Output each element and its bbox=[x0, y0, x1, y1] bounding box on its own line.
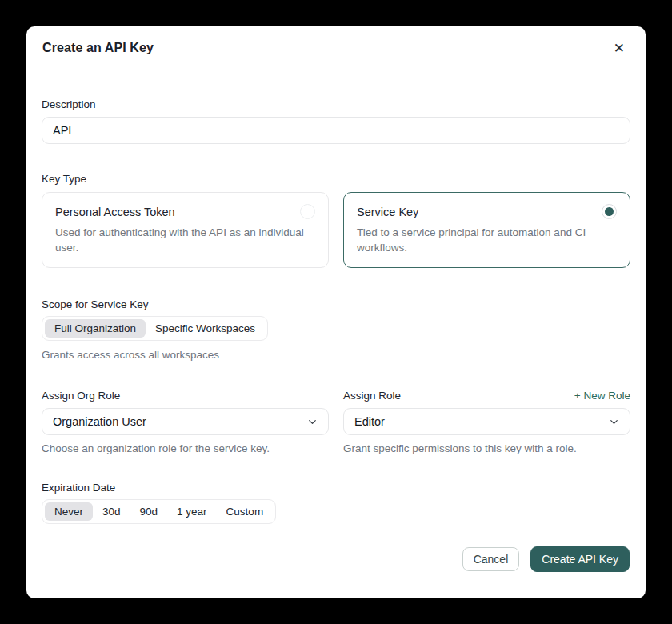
key-type-card-personal-access-token[interactable]: Personal Access Token Used for authentic… bbox=[42, 192, 329, 268]
segment-custom[interactable]: Custom bbox=[217, 502, 274, 521]
description-section: Description bbox=[42, 98, 630, 144]
scope-label: Scope for Service Key bbox=[42, 298, 630, 310]
segment-never[interactable]: Never bbox=[45, 502, 93, 521]
radio-dot bbox=[605, 207, 614, 216]
segment-1-year[interactable]: 1 year bbox=[167, 502, 217, 521]
org-role-helper-text: Choose an organization role for the serv… bbox=[42, 442, 329, 454]
expiration-segmented-control: Never 30d 90d 1 year Custom bbox=[42, 499, 276, 524]
key-type-card-service-key[interactable]: Service Key Tied to a service principal … bbox=[343, 192, 630, 268]
role-label: Assign Role bbox=[343, 390, 401, 402]
radio-unselected-icon[interactable] bbox=[300, 204, 315, 219]
card-description: Tied to a service principal for automati… bbox=[357, 225, 617, 255]
org-role-column: Assign Org Role Organization User Choose… bbox=[42, 389, 329, 454]
modal-header: Create an API Key ✕ bbox=[26, 26, 646, 70]
role-select[interactable]: Editor bbox=[343, 408, 630, 435]
org-role-label-row: Assign Org Role bbox=[42, 389, 329, 402]
description-label: Description bbox=[42, 98, 630, 110]
close-icon: ✕ bbox=[614, 41, 625, 56]
modal-title: Create an API Key bbox=[42, 41, 154, 55]
create-api-key-modal: Create an API Key ✕ Description Key Type… bbox=[26, 26, 646, 598]
cancel-button[interactable]: Cancel bbox=[462, 547, 520, 571]
scope-segmented-control: Full Organization Specific Workspaces bbox=[42, 316, 268, 341]
card-top: Personal Access Token bbox=[55, 204, 315, 219]
role-label-row: Assign Role + New Role bbox=[343, 389, 630, 402]
close-button[interactable]: ✕ bbox=[610, 38, 628, 58]
chevron-down-icon bbox=[608, 416, 620, 428]
org-role-label: Assign Org Role bbox=[42, 390, 120, 402]
card-title: Service Key bbox=[357, 204, 418, 218]
segment-30d[interactable]: 30d bbox=[93, 502, 130, 521]
expiration-label: Expiration Date bbox=[42, 482, 630, 494]
radio-selected-icon[interactable] bbox=[602, 204, 617, 219]
create-api-key-button[interactable]: Create API Key bbox=[530, 546, 630, 572]
scope-section: Scope for Service Key Full Organization … bbox=[42, 298, 630, 361]
role-value: Editor bbox=[354, 415, 385, 428]
card-top: Service Key bbox=[357, 204, 617, 219]
expiration-section: Expiration Date Never 30d 90d 1 year Cus… bbox=[42, 482, 630, 524]
org-role-value: Organization User bbox=[53, 415, 146, 428]
card-title: Personal Access Token bbox=[55, 204, 175, 218]
key-type-label: Key Type bbox=[42, 173, 630, 185]
role-helper-text: Grant specific permissions to this key w… bbox=[343, 442, 630, 454]
scope-helper-text: Grants access across all workspaces bbox=[42, 349, 630, 361]
segment-full-organization[interactable]: Full Organization bbox=[45, 319, 146, 338]
roles-section: Assign Org Role Organization User Choose… bbox=[42, 389, 630, 454]
key-type-cards: Personal Access Token Used for authentic… bbox=[42, 192, 630, 268]
role-column: Assign Role + New Role Editor Grant spec… bbox=[343, 389, 630, 454]
chevron-down-icon bbox=[306, 416, 318, 428]
modal-footer: Cancel Create API Key bbox=[26, 546, 646, 598]
segment-specific-workspaces[interactable]: Specific Workspaces bbox=[146, 319, 265, 338]
modal-body: Description Key Type Personal Access Tok… bbox=[26, 70, 646, 546]
org-role-select[interactable]: Organization User bbox=[42, 408, 329, 435]
new-role-link[interactable]: + New Role bbox=[574, 390, 630, 402]
card-description: Used for authenticating with the API as … bbox=[55, 225, 315, 255]
key-type-section: Key Type Personal Access Token Used for … bbox=[42, 173, 630, 268]
segment-90d[interactable]: 90d bbox=[130, 502, 168, 521]
screen-background: { "modal": { "title": "Create an API Key… bbox=[0, 0, 672, 624]
description-input[interactable] bbox=[42, 117, 630, 144]
